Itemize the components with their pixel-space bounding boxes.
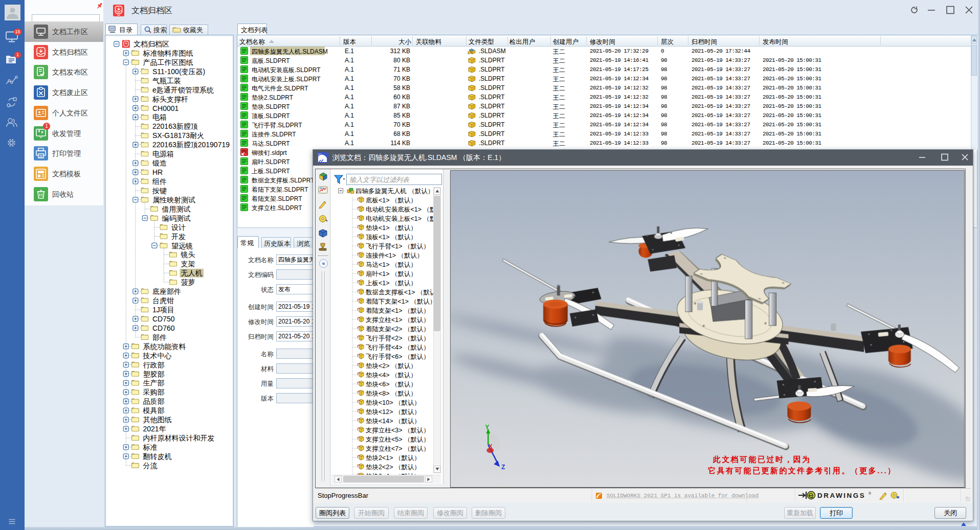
svg-text:垫块<10> （默认）: 垫块<10> （默认） (366, 399, 420, 406)
svg-text:设计: 设计 (171, 223, 186, 232)
svg-text:上板<1> （默认）: 上板<1> （默认） (366, 280, 417, 287)
svg-text:模具部: 模具部 (143, 406, 165, 414)
svg-text:数据盒支撑板<1> （默认）: 数据盒支撑板<1> （默认） (366, 289, 433, 296)
svg-text:马达<1> （默认）: 马达<1> （默认） (366, 261, 417, 268)
svg-text:CD760: CD760 (152, 324, 175, 332)
svg-text:支架: 支架 (181, 260, 195, 268)
svg-text:垫块<1> （默认）: 垫块<1> （默认） (366, 224, 417, 232)
svg-text:底板<1> （默认）: 底板<1> （默认） (366, 197, 417, 204)
svg-text:技术中心: 技术中心 (143, 352, 172, 360)
svg-text:望远镜: 望远镜 (171, 242, 193, 250)
svg-text:菠萝: 菠萝 (181, 278, 195, 286)
svg-text:支撑立柱<5> （默认）: 支撑立柱<5> （默认） (366, 436, 430, 443)
svg-text:编码测试: 编码测试 (162, 214, 191, 222)
svg-text:SX-G18173耐火: SX-G18173耐火 (152, 131, 204, 140)
svg-text:电动机安装上板<1> （默认）: 电动机安装上板<1> （默认） (366, 215, 433, 222)
svg-text:垫块<2> （默认）: 垫块<2> （默认） (366, 362, 417, 370)
svg-text:分流: 分流 (143, 462, 158, 470)
svg-text:品质部: 品质部 (143, 397, 165, 405)
svg-text:电箱: 电箱 (152, 113, 167, 121)
svg-text:文档归档区: 文档归档区 (133, 40, 169, 48)
svg-text:按键: 按键 (152, 187, 167, 195)
svg-text:四轴多旋翼无人机 （默认）: 四轴多旋翼无人机 （默认） (355, 188, 433, 195)
svg-text:无人机: 无人机 (181, 269, 203, 277)
svg-text:飞行手臂<2> （默认）: 飞行手臂<2> （默认） (366, 335, 430, 342)
svg-text:S11-100(变压器): S11-100(变压器) (152, 67, 205, 76)
svg-text:着陆支架<1> （默认）: 着陆支架<1> （默认） (366, 307, 430, 314)
svg-text:2021年: 2021年 (143, 425, 166, 433)
svg-text:其他图纸: 其他图纸 (143, 416, 172, 424)
svg-text:垫块<8> （默认）: 垫块<8> （默认） (366, 390, 417, 397)
svg-text:支撑立柱<7> （默认）: 支撑立柱<7> （默认） (366, 445, 430, 452)
svg-text:系统功能资料: 系统功能资料 (143, 342, 186, 351)
svg-text:锻造: 锻造 (152, 159, 167, 167)
svg-text:DRAWINGS: DRAWINGS (817, 492, 865, 499)
svg-text:气瓶工装: 气瓶工装 (152, 77, 181, 85)
svg-text:标准: 标准 (143, 443, 158, 451)
svg-text:垫块<4> （默认）: 垫块<4> （默认） (366, 372, 417, 379)
svg-text:它具有可能已更新的文件参考引用。（更多...）: 它具有可能已更新的文件参考引用。（更多...） (708, 466, 897, 475)
svg-text:垫块2<1> （默认）: 垫块2<1> （默认） (366, 454, 420, 462)
svg-text:垫块2<2> （默认）: 垫块2<2> （默认） (366, 464, 420, 471)
svg-text:飞行手臂<1> （默认）: 飞行手臂<1> （默认） (366, 243, 430, 250)
svg-text:塑胶部: 塑胶部 (143, 370, 165, 378)
svg-text:开发: 开发 (171, 233, 186, 241)
svg-text:底座部件: 底座部件 (152, 287, 181, 295)
svg-text:垫块<14> （默认）: 垫块<14> （默认） (366, 418, 420, 425)
svg-text:220163新膛顶20190719: 220163新膛顶20190719 (152, 141, 230, 149)
svg-text:行政部: 行政部 (143, 361, 165, 369)
svg-text:生产部: 生产部 (143, 379, 165, 387)
svg-text:内杆原材料设计和开发: 内杆原材料设计和开发 (143, 434, 215, 442)
svg-text:支撑立柱<1> （默认）: 支撑立柱<1> （默认） (366, 316, 430, 324)
svg-text:电源箱: 电源箱 (152, 150, 174, 158)
svg-text:部件: 部件 (152, 333, 167, 341)
svg-text:飞行手臂<4> （默认）: 飞行手臂<4> （默认） (366, 344, 430, 351)
svg-text:镜头: 镜头 (181, 250, 195, 259)
svg-text:1J项目: 1J项目 (152, 306, 174, 314)
svg-text:e匙通开锁管理系统: e匙通开锁管理系统 (152, 86, 214, 94)
svg-text:着陆支架<2> （默认）: 着陆支架<2> （默认） (366, 326, 430, 333)
svg-text:属性映射测试: 属性映射测试 (152, 196, 195, 204)
svg-text:标准物料库图纸: 标准物料库图纸 (143, 49, 193, 57)
svg-text:CD750: CD750 (152, 315, 175, 323)
svg-text:台虎钳: 台虎钳 (152, 296, 174, 305)
svg-text:垫块<6> （默认）: 垫块<6> （默认） (366, 381, 417, 388)
svg-text:飞行手臂<6> （默认）: 飞行手臂<6> （默认） (366, 353, 430, 360)
svg-text:220163新膛顶: 220163新膛顶 (152, 122, 198, 130)
svg-text:组件: 组件 (152, 177, 167, 186)
svg-text:借用测试: 借用测试 (162, 205, 191, 213)
svg-text:®: ® (868, 492, 872, 495)
svg-text:电动机安装底板<1> （默认）: 电动机安装底板<1> （默认） (366, 206, 433, 213)
svg-text:支撑立柱<3> （默认）: 支撑立柱<3> （默认） (366, 427, 430, 434)
svg-text:X: X (488, 443, 493, 449)
svg-text:连接件<1> （默认）: 连接件<1> （默认） (366, 252, 424, 259)
svg-text:顶板<1> （默认）: 顶板<1> （默认） (366, 234, 417, 241)
svg-text:垫块<12> （默认）: 垫块<12> （默认） (366, 408, 420, 416)
svg-text:Z: Z (501, 464, 505, 471)
svg-text:Y: Y (485, 424, 489, 431)
svg-text:HR: HR (152, 168, 163, 176)
svg-text:采购部: 采购部 (143, 388, 165, 396)
svg-text:翻转皮机: 翻转皮机 (143, 452, 172, 460)
svg-text:着陆下支架<1> （默认）: 着陆下支架<1> （默认） (366, 298, 433, 305)
svg-text:此文档可能已过时，因为: 此文档可能已过时，因为 (712, 455, 811, 464)
svg-text:标头支撑杆: 标头支撑杆 (152, 95, 188, 103)
svg-text:产品工作区图纸: 产品工作区图纸 (143, 58, 193, 66)
svg-text:CH0001: CH0001 (152, 104, 179, 112)
svg-text:扇叶<1> （默认）: 扇叶<1> （默认） (366, 270, 417, 278)
